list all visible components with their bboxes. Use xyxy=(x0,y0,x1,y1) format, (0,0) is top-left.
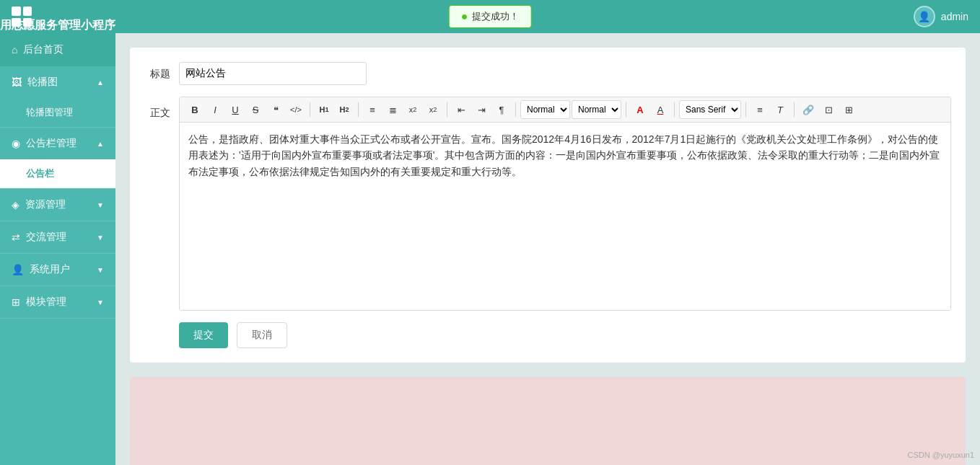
blockquote-button[interactable]: ❝ xyxy=(266,100,285,119)
content-row: 正文 B I U S ❝ </> H1 H2 ≡ xyxy=(144,97,951,311)
sidebar-section-sysuser: 👤 系统用户 ▼ xyxy=(0,254,115,286)
sidebar-home-label: 后台首页 xyxy=(23,43,64,56)
link-button[interactable]: 🔗 xyxy=(799,100,818,119)
form-buttons: 提交 取消 xyxy=(144,322,951,348)
title-input[interactable] xyxy=(179,62,367,85)
bottom-area xyxy=(130,377,966,465)
toolbar-sep-4 xyxy=(515,102,516,117)
form-card: 标题 正文 B I U S ❝ </> H1 xyxy=(130,48,966,363)
editor-body[interactable]: 公告，是指政府、团体对重大事件当众正式公布或者公开宣告。宣布。国务院2012年4… xyxy=(180,123,950,310)
chevron-up-icon: ▲ xyxy=(97,79,104,87)
toolbar-sep-6 xyxy=(674,102,675,117)
table-insert-button[interactable]: ⊞ xyxy=(839,100,858,119)
sidebar-section-notice: ◉ 公告栏管理 ▲ 公告栏 xyxy=(0,128,115,189)
resource-label: 资源管理 xyxy=(25,198,66,211)
unordered-list-button[interactable]: ≣ xyxy=(383,100,402,119)
align-button[interactable]: ≡ xyxy=(751,100,769,119)
main-layout: 后台首页 🖼 轮播图 ▲ 轮播图管理 ◉ 公告栏管理 ▲ xyxy=(0,33,980,465)
top-header: ● 提交成功！ 欢迎使用志愿服务管理小程序 👤 admin xyxy=(0,0,980,33)
font-family-select[interactable]: Sans Serif xyxy=(679,100,741,119)
user-icon: 👤 xyxy=(12,264,24,275)
sidebar-item-carousel-mgmt[interactable]: 轮播图管理 xyxy=(0,98,115,127)
sidebar-home[interactable]: 后台首页 xyxy=(0,33,115,66)
sidebar-section-header-sysuser[interactable]: 👤 系统用户 ▼ xyxy=(0,254,115,285)
sidebar: 后台首页 🖼 轮播图 ▲ 轮播图管理 ◉ 公告栏管理 ▲ xyxy=(0,33,115,465)
toolbar-sep-7 xyxy=(745,102,746,117)
chevron-up-icon-notice: ▲ xyxy=(97,140,104,148)
subscript-button[interactable]: x2 xyxy=(403,100,422,119)
watermark: CSDN @yuyuxun1 xyxy=(908,451,974,459)
strikethrough-button[interactable]: S xyxy=(246,100,265,119)
sidebar-section-header-resource[interactable]: ◈ 资源管理 ▼ xyxy=(0,189,115,221)
editor-content: 公告，是指政府、团体对重大事件当众正式公布或者公开宣告。宣布。国务院2012年4… xyxy=(188,131,942,180)
editor-toolbar: B I U S ❝ </> H1 H2 ≡ ≣ x2 x2 xyxy=(180,97,950,123)
title-row: 标题 xyxy=(144,62,951,85)
bold-button[interactable]: B xyxy=(185,100,204,119)
h1-button[interactable]: H1 xyxy=(315,100,333,119)
sidebar-section-header-exchange[interactable]: ⇄ 交流管理 ▼ xyxy=(0,221,115,253)
code-button[interactable]: </> xyxy=(286,100,305,119)
exchange-icon: ⇄ xyxy=(12,231,20,243)
submit-button[interactable]: 提交 xyxy=(179,322,228,348)
chevron-down-icon-module: ▼ xyxy=(97,298,104,306)
sidebar-section-resource: ◈ 资源管理 ▼ xyxy=(0,189,115,221)
cancel-button[interactable]: 取消 xyxy=(237,322,287,348)
indent-left-button[interactable]: ⇤ xyxy=(452,100,471,119)
success-text: 提交成功！ xyxy=(472,10,519,23)
notice-board-label: 公告栏 xyxy=(26,167,54,180)
indent-right-button[interactable]: ⇥ xyxy=(472,100,491,119)
editor-container: B I U S ❝ </> H1 H2 ≡ ≣ x2 x2 xyxy=(179,97,951,311)
toolbar-sep-1 xyxy=(310,102,310,117)
home-icon xyxy=(12,44,17,56)
underline-button[interactable]: U xyxy=(226,100,245,119)
content-label: 正文 xyxy=(144,101,170,124)
sidebar-section-header-module[interactable]: ⊞ 模块管理 ▼ xyxy=(0,286,115,318)
toolbar-sep-8 xyxy=(794,102,795,117)
chevron-down-icon-sysuser: ▼ xyxy=(97,266,104,274)
toolbar-sep-2 xyxy=(358,102,359,117)
sidebar-item-notice-board[interactable]: 公告栏 xyxy=(0,159,115,188)
sidebar-section-module: ⊞ 模块管理 ▼ xyxy=(0,286,115,319)
clear-format-button[interactable]: T xyxy=(771,100,789,119)
sidebar-section-header-notice[interactable]: ◉ 公告栏管理 ▲ xyxy=(0,128,115,159)
admin-label: admin xyxy=(941,11,968,22)
notice-label: 公告栏管理 xyxy=(26,137,76,150)
chevron-down-icon-resource: ▼ xyxy=(97,201,104,209)
module-label: 模块管理 xyxy=(26,296,66,309)
bell-icon: ◉ xyxy=(12,138,20,149)
h2-button[interactable]: H2 xyxy=(335,100,354,119)
module-icon: ⊞ xyxy=(12,296,20,308)
toolbar-sep-5 xyxy=(626,102,626,117)
sidebar-section-header-carousel[interactable]: 🖼 轮播图 ▲ xyxy=(0,66,115,98)
content-area: 标题 正文 B I U S ❝ </> H1 xyxy=(115,33,980,465)
header-right: 👤 admin xyxy=(914,6,968,27)
carousel-label: 轮播图 xyxy=(27,76,58,89)
sidebar-section-exchange: ⇄ 交流管理 ▼ xyxy=(0,221,115,254)
chevron-down-icon-exchange: ▼ xyxy=(97,234,104,242)
superscript-button[interactable]: x2 xyxy=(424,100,442,119)
exchange-label: 交流管理 xyxy=(26,231,66,244)
font-color-button[interactable]: A xyxy=(631,100,649,119)
carousel-mgmt-label: 轮播图管理 xyxy=(26,106,73,119)
ordered-list-button[interactable]: ≡ xyxy=(363,100,382,119)
format-select-2[interactable]: Normal xyxy=(572,100,621,119)
para-button[interactable]: ¶ xyxy=(492,100,511,119)
header-title: 欢迎使用志愿服务管理小程序 xyxy=(0,18,477,33)
image-insert-button[interactable]: ⊡ xyxy=(819,100,838,119)
italic-button[interactable]: I xyxy=(206,100,224,119)
sidebar-section-carousel: 🖼 轮播图 ▲ 轮播图管理 xyxy=(0,66,115,128)
toolbar-sep-3 xyxy=(447,102,447,117)
format-select-1[interactable]: Normal xyxy=(520,100,570,119)
title-label: 标题 xyxy=(144,62,170,85)
image-icon: 🖼 xyxy=(12,76,22,88)
avatar[interactable]: 👤 xyxy=(914,6,935,27)
sysuser-label: 系统用户 xyxy=(30,263,70,276)
resource-icon: ◈ xyxy=(12,199,19,211)
highlight-button[interactable]: A xyxy=(651,100,670,119)
